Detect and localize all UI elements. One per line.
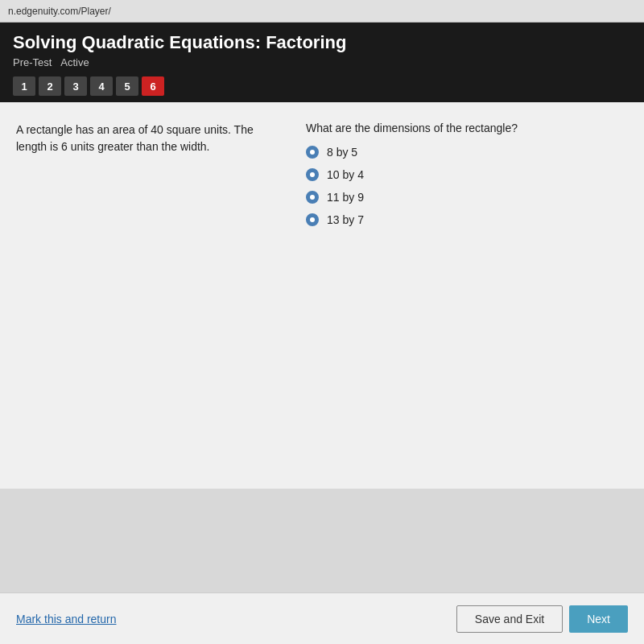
status-badge: Active [60, 56, 89, 68]
option-2[interactable]: 10 by 4 [306, 168, 628, 181]
header-subtitle: Pre-Test Active [13, 56, 631, 68]
option-label-3: 11 by 9 [327, 191, 364, 204]
answer-section: What are the dimensions of the rectangle… [306, 122, 628, 469]
tab-3[interactable]: 3 [64, 76, 87, 96]
tab-5[interactable]: 5 [116, 76, 138, 96]
browser-bar: n.edgenuity.com/Player/ [0, 0, 644, 23]
question-section: A rectangle has an area of 40 square uni… [16, 122, 274, 469]
tab-6[interactable]: 6 [142, 76, 164, 96]
tab-2[interactable]: 2 [39, 76, 61, 96]
radio-circle-4 [306, 213, 319, 226]
header: Solving Quadratic Equations: Factoring P… [0, 23, 644, 102]
mark-return-link[interactable]: Mark this and return [16, 613, 117, 625]
tab-4[interactable]: 4 [90, 76, 113, 96]
radio-circle-3 [306, 191, 319, 204]
option-label-2: 10 by 4 [327, 168, 364, 181]
option-3[interactable]: 11 by 9 [306, 191, 628, 204]
option-4[interactable]: 13 by 7 [306, 213, 628, 226]
page-title: Solving Quadratic Equations: Factoring [13, 32, 631, 53]
browser-url: n.edgenuity.com/Player/ [8, 6, 111, 17]
answer-prompt: What are the dimensions of the rectangle… [306, 122, 628, 134]
radio-circle-2 [306, 168, 319, 181]
save-exit-button[interactable]: Save and Exit [456, 605, 563, 633]
option-label-4: 13 by 7 [327, 213, 364, 226]
main-content: A rectangle has an area of 40 square uni… [0, 102, 644, 489]
option-label-1: 8 by 5 [327, 146, 357, 159]
test-type-label: Pre-Test [13, 56, 52, 68]
bottom-bar: Mark this and return Save and Exit Next [0, 592, 644, 644]
question-text: A rectangle has an area of 40 square uni… [16, 122, 274, 155]
bottom-buttons: Save and Exit Next [456, 605, 628, 633]
tab-1[interactable]: 1 [13, 76, 35, 96]
option-1[interactable]: 8 by 5 [306, 146, 628, 159]
question-tabs: 1 2 3 4 5 6 [13, 76, 631, 96]
radio-circle-1 [306, 146, 319, 159]
next-button[interactable]: Next [569, 605, 628, 633]
